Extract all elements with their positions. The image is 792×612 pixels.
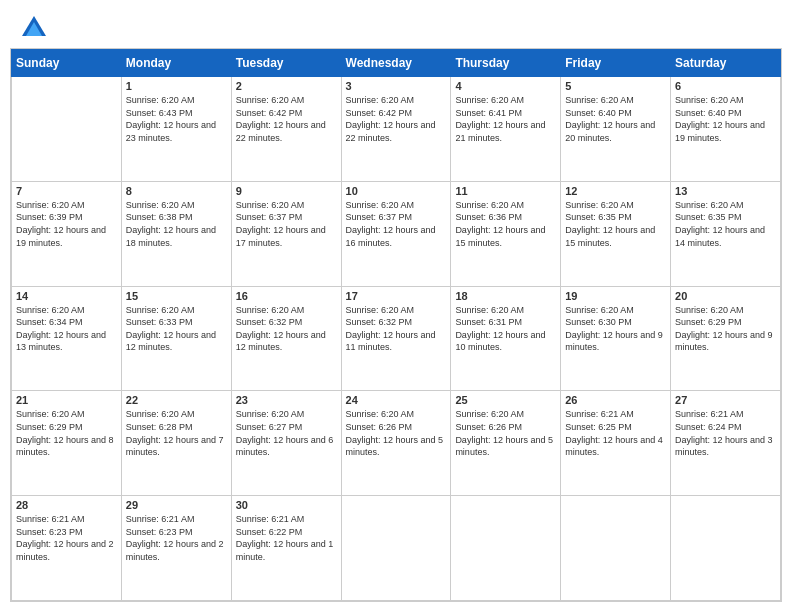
day-number: 21 [16,394,117,406]
day-info: Sunrise: 6:20 AMSunset: 6:32 PMDaylight:… [346,304,447,354]
table-cell: 4 Sunrise: 6:20 AMSunset: 6:41 PMDayligh… [451,77,561,182]
table-cell: 9 Sunrise: 6:20 AMSunset: 6:37 PMDayligh… [231,181,341,286]
day-info: Sunrise: 6:20 AMSunset: 6:35 PMDaylight:… [675,199,776,249]
table-cell: 25 Sunrise: 6:20 AMSunset: 6:26 PMDaylig… [451,391,561,496]
day-info: Sunrise: 6:20 AMSunset: 6:36 PMDaylight:… [455,199,556,249]
day-number: 4 [455,80,556,92]
table-cell: 3 Sunrise: 6:20 AMSunset: 6:42 PMDayligh… [341,77,451,182]
day-info: Sunrise: 6:20 AMSunset: 6:32 PMDaylight:… [236,304,337,354]
day-number: 2 [236,80,337,92]
day-number: 3 [346,80,447,92]
table-cell: 15 Sunrise: 6:20 AMSunset: 6:33 PMDaylig… [121,286,231,391]
logo [20,14,52,42]
day-number: 16 [236,290,337,302]
day-number: 1 [126,80,227,92]
calendar-header: Sunday Monday Tuesday Wednesday Thursday… [12,50,781,77]
table-cell [12,77,122,182]
day-info: Sunrise: 6:20 AMSunset: 6:40 PMDaylight:… [675,94,776,144]
day-number: 24 [346,394,447,406]
day-number: 9 [236,185,337,197]
col-wednesday: Wednesday [341,50,451,77]
calendar-row: 14 Sunrise: 6:20 AMSunset: 6:34 PMDaylig… [12,286,781,391]
day-number: 27 [675,394,776,406]
logo-icon [20,14,48,42]
day-info: Sunrise: 6:21 AMSunset: 6:22 PMDaylight:… [236,513,337,563]
calendar-body: 1 Sunrise: 6:20 AMSunset: 6:43 PMDayligh… [12,77,781,601]
day-number: 20 [675,290,776,302]
day-number: 13 [675,185,776,197]
table-cell: 14 Sunrise: 6:20 AMSunset: 6:34 PMDaylig… [12,286,122,391]
day-info: Sunrise: 6:21 AMSunset: 6:24 PMDaylight:… [675,408,776,458]
calendar-row: 1 Sunrise: 6:20 AMSunset: 6:43 PMDayligh… [12,77,781,182]
day-number: 8 [126,185,227,197]
day-info: Sunrise: 6:20 AMSunset: 6:39 PMDaylight:… [16,199,117,249]
table-cell [561,496,671,601]
day-number: 12 [565,185,666,197]
table-cell: 21 Sunrise: 6:20 AMSunset: 6:29 PMDaylig… [12,391,122,496]
table-cell: 5 Sunrise: 6:20 AMSunset: 6:40 PMDayligh… [561,77,671,182]
day-number: 10 [346,185,447,197]
day-number: 19 [565,290,666,302]
day-info: Sunrise: 6:20 AMSunset: 6:26 PMDaylight:… [346,408,447,458]
table-cell: 8 Sunrise: 6:20 AMSunset: 6:38 PMDayligh… [121,181,231,286]
table-cell [451,496,561,601]
table-cell: 24 Sunrise: 6:20 AMSunset: 6:26 PMDaylig… [341,391,451,496]
table-cell: 18 Sunrise: 6:20 AMSunset: 6:31 PMDaylig… [451,286,561,391]
day-number: 11 [455,185,556,197]
col-saturday: Saturday [671,50,781,77]
day-number: 17 [346,290,447,302]
day-info: Sunrise: 6:20 AMSunset: 6:30 PMDaylight:… [565,304,666,354]
day-info: Sunrise: 6:21 AMSunset: 6:25 PMDaylight:… [565,408,666,458]
table-cell: 7 Sunrise: 6:20 AMSunset: 6:39 PMDayligh… [12,181,122,286]
table-cell: 29 Sunrise: 6:21 AMSunset: 6:23 PMDaylig… [121,496,231,601]
table-cell [341,496,451,601]
table-cell: 28 Sunrise: 6:21 AMSunset: 6:23 PMDaylig… [12,496,122,601]
calendar: Sunday Monday Tuesday Wednesday Thursday… [10,48,782,602]
day-info: Sunrise: 6:20 AMSunset: 6:43 PMDaylight:… [126,94,227,144]
table-cell: 1 Sunrise: 6:20 AMSunset: 6:43 PMDayligh… [121,77,231,182]
day-number: 23 [236,394,337,406]
header-row: Sunday Monday Tuesday Wednesday Thursday… [12,50,781,77]
table-cell: 26 Sunrise: 6:21 AMSunset: 6:25 PMDaylig… [561,391,671,496]
day-info: Sunrise: 6:20 AMSunset: 6:38 PMDaylight:… [126,199,227,249]
day-info: Sunrise: 6:20 AMSunset: 6:35 PMDaylight:… [565,199,666,249]
day-number: 14 [16,290,117,302]
page: Sunday Monday Tuesday Wednesday Thursday… [0,0,792,612]
day-info: Sunrise: 6:20 AMSunset: 6:42 PMDaylight:… [346,94,447,144]
table-cell: 20 Sunrise: 6:20 AMSunset: 6:29 PMDaylig… [671,286,781,391]
day-number: 7 [16,185,117,197]
table-cell: 10 Sunrise: 6:20 AMSunset: 6:37 PMDaylig… [341,181,451,286]
day-info: Sunrise: 6:20 AMSunset: 6:28 PMDaylight:… [126,408,227,458]
day-info: Sunrise: 6:20 AMSunset: 6:37 PMDaylight:… [346,199,447,249]
calendar-row: 7 Sunrise: 6:20 AMSunset: 6:39 PMDayligh… [12,181,781,286]
day-info: Sunrise: 6:20 AMSunset: 6:29 PMDaylight:… [16,408,117,458]
table-cell: 23 Sunrise: 6:20 AMSunset: 6:27 PMDaylig… [231,391,341,496]
day-number: 18 [455,290,556,302]
day-info: Sunrise: 6:20 AMSunset: 6:26 PMDaylight:… [455,408,556,458]
day-number: 30 [236,499,337,511]
calendar-table: Sunday Monday Tuesday Wednesday Thursday… [11,49,781,601]
day-number: 25 [455,394,556,406]
day-number: 22 [126,394,227,406]
day-number: 6 [675,80,776,92]
table-cell: 2 Sunrise: 6:20 AMSunset: 6:42 PMDayligh… [231,77,341,182]
col-tuesday: Tuesday [231,50,341,77]
day-info: Sunrise: 6:20 AMSunset: 6:29 PMDaylight:… [675,304,776,354]
table-cell: 13 Sunrise: 6:20 AMSunset: 6:35 PMDaylig… [671,181,781,286]
table-cell: 6 Sunrise: 6:20 AMSunset: 6:40 PMDayligh… [671,77,781,182]
table-cell: 16 Sunrise: 6:20 AMSunset: 6:32 PMDaylig… [231,286,341,391]
table-cell: 30 Sunrise: 6:21 AMSunset: 6:22 PMDaylig… [231,496,341,601]
day-info: Sunrise: 6:20 AMSunset: 6:27 PMDaylight:… [236,408,337,458]
day-number: 29 [126,499,227,511]
table-cell: 17 Sunrise: 6:20 AMSunset: 6:32 PMDaylig… [341,286,451,391]
table-cell: 12 Sunrise: 6:20 AMSunset: 6:35 PMDaylig… [561,181,671,286]
col-friday: Friday [561,50,671,77]
day-info: Sunrise: 6:20 AMSunset: 6:34 PMDaylight:… [16,304,117,354]
table-cell: 11 Sunrise: 6:20 AMSunset: 6:36 PMDaylig… [451,181,561,286]
day-info: Sunrise: 6:20 AMSunset: 6:40 PMDaylight:… [565,94,666,144]
day-number: 5 [565,80,666,92]
day-info: Sunrise: 6:20 AMSunset: 6:37 PMDaylight:… [236,199,337,249]
table-cell: 27 Sunrise: 6:21 AMSunset: 6:24 PMDaylig… [671,391,781,496]
calendar-row: 21 Sunrise: 6:20 AMSunset: 6:29 PMDaylig… [12,391,781,496]
col-thursday: Thursday [451,50,561,77]
